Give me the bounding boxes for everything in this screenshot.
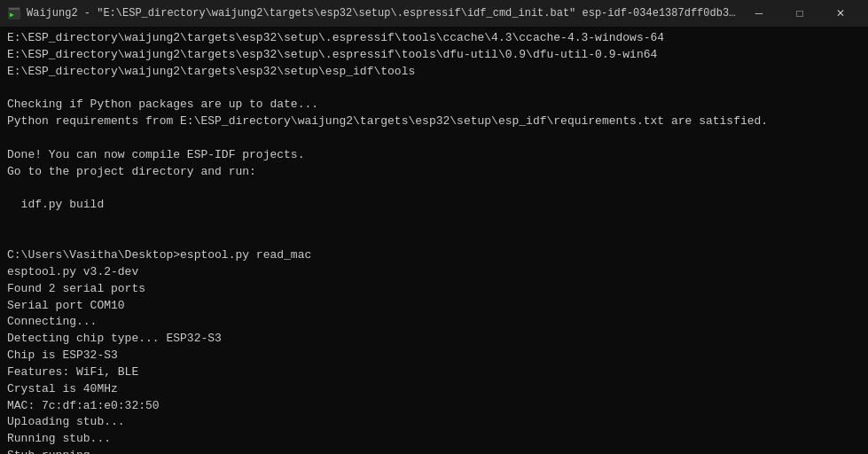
title-bar: ▶ Waijung2 - "E:\ESP_directory\waijung2\… [0, 0, 868, 27]
terminal-content: E:\ESP_directory\waijung2\targets\esp32\… [7, 30, 861, 454]
window-title: Waijung2 - "E:\ESP_directory\waijung2\ta… [27, 7, 739, 20]
svg-text:▶: ▶ [10, 11, 14, 19]
terminal-output: E:\ESP_directory\waijung2\targets\esp32\… [0, 27, 868, 454]
app-icon: ▶ [7, 6, 21, 20]
close-button[interactable]: ✕ [820, 0, 861, 27]
window-controls: ─ □ ✕ [739, 0, 861, 27]
svg-rect-1 [9, 8, 20, 10]
minimize-button[interactable]: ─ [739, 0, 779, 27]
maximize-button[interactable]: □ [779, 0, 820, 27]
